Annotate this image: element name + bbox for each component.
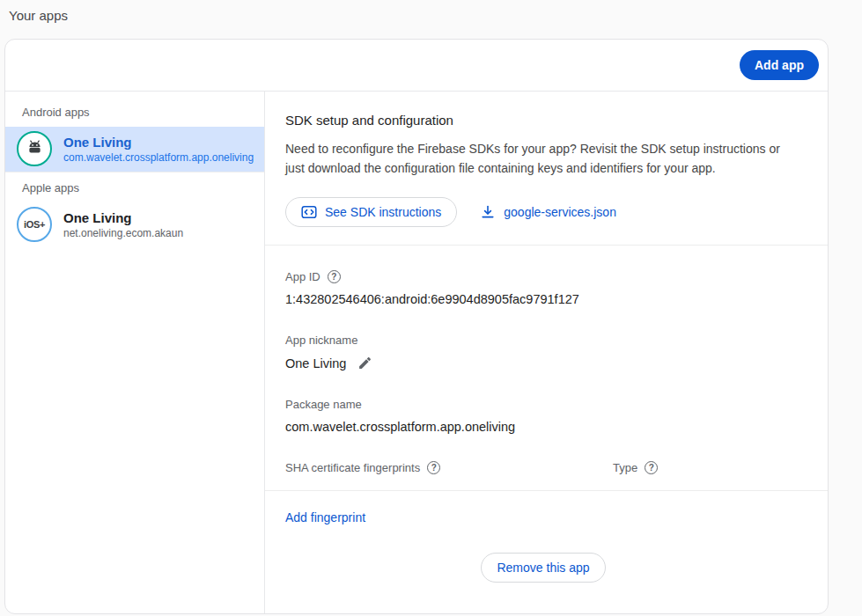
sidebar-item-ios-one-living[interactable]: iOS+ One Living net.oneliving.ecom.akaun [5,202,264,247]
sha-fingerprints-label: SHA certificate fingerprints [285,461,420,474]
android-apps-section: Android apps [5,97,264,172]
sha-header-row: SHA certificate fingerprints ? Type ? [285,461,801,474]
app-name: One Living [63,134,254,150]
app-nickname-field: App nickname One Living [285,334,801,370]
app-details-panel: SDK setup and configuration Need to reco… [265,92,828,613]
help-icon[interactable]: ? [645,461,658,474]
see-sdk-instructions-button[interactable]: See SDK instructions [285,197,457,227]
card-header: Add app [5,40,828,92]
package-name-value: com.wavelet.crossplatform.app.oneliving [285,420,801,434]
android-app-avatar [17,131,52,166]
download-google-services-link[interactable]: google-services.json [480,204,616,220]
your-apps-card: Add app Android apps [4,39,829,614]
package-name-label: Package name [285,398,362,411]
help-icon[interactable]: ? [427,461,440,474]
ios-plus-badge: iOS+ [24,219,45,230]
android-apps-label: Android apps [5,97,264,127]
sidebar-item-android-one-living[interactable]: One Living com.wavelet.crossplatform.app… [5,127,264,172]
app-info-section: App ID ? 1:432802546406:android:6e9904d8… [265,246,828,491]
app-name: One Living [63,209,183,226]
remove-this-app-button[interactable]: Remove this app [481,553,605,583]
app-nickname-label: App nickname [285,334,357,347]
see-sdk-instructions-label: See SDK instructions [325,205,441,219]
android-robot-icon [26,139,44,158]
app-nickname-value: One Living [285,356,346,370]
app-bundle-id: net.oneliving.ecom.akaun [63,227,183,240]
app-id-value: 1:432802546406:android:6e9904d8905fac979… [285,292,801,306]
add-app-button[interactable]: Add app [740,50,819,80]
sdk-setup-section: SDK setup and configuration Need to reco… [265,92,828,246]
package-name-field: Package name com.wavelet.crossplatform.a… [285,398,801,434]
sdk-section-title: SDK setup and configuration [285,113,801,128]
download-icon [480,204,496,220]
apple-apps-label: Apple apps [5,172,264,202]
code-box-icon [301,204,317,220]
app-id-field: App ID ? 1:432802546406:android:6e9904d8… [285,270,801,306]
apps-sidebar: Android apps [5,92,265,613]
fingerprint-section: Add fingerprint Remove this app [265,491,828,583]
page-title: Your apps [9,8,68,23]
apple-apps-section: Apple apps iOS+ One Living net.oneliving… [5,172,264,247]
sdk-section-description: Need to reconfigure the Firebase SDKs fo… [285,140,801,178]
app-id-label: App ID [285,270,320,283]
app-package-id: com.wavelet.crossplatform.app.oneliving [63,151,254,165]
type-column-label: Type [613,461,637,474]
help-icon[interactable]: ? [328,270,341,283]
add-fingerprint-link[interactable]: Add fingerprint [285,510,365,524]
edit-pencil-icon[interactable] [357,356,372,370]
ios-app-avatar: iOS+ [17,207,52,242]
google-services-json-label: google-services.json [504,205,616,219]
